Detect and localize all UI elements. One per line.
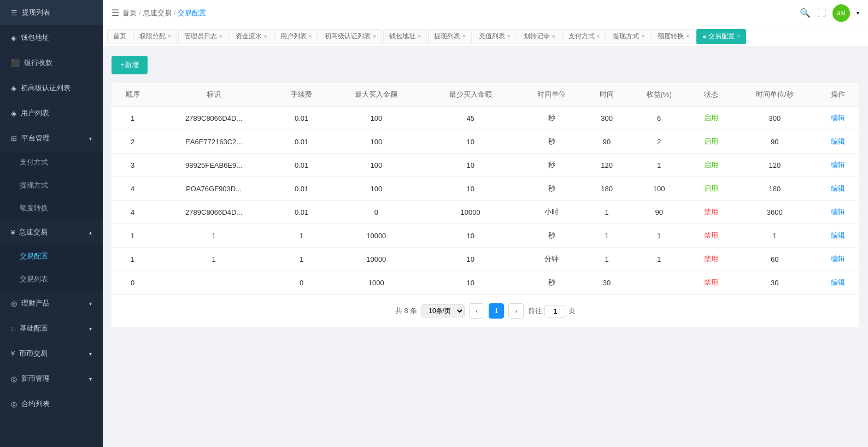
tab-close-icon[interactable]: × [418,33,421,39]
tab-close-icon[interactable]: × [597,33,600,39]
col-header-time-sec: 时间单位/秒 [732,83,817,107]
col-header-id: 标识 [154,83,274,107]
breadcrumb-sep2: / [174,9,176,17]
sidebar-group-new-currency: ◎ 新币管理 ▾ [0,366,103,391]
sidebar-group-quick-trade: ¥ 急速交易 ▴ 交易配置 交易列表 [0,220,103,291]
edit-button[interactable]: 编辑 [831,161,845,169]
tab-close-icon[interactable]: × [641,33,644,39]
list-icon: ☰ [11,9,17,17]
tab-admin-log[interactable]: 管理员日志 × [178,29,228,44]
cell-profit: 90 [628,201,690,224]
tab-close-icon[interactable]: × [309,33,312,39]
next-page-button[interactable]: › [508,303,524,319]
avatar[interactable]: asl [832,4,850,22]
tab-withdrawal-method[interactable]: 提现方式 × [607,29,650,44]
page-size-select[interactable]: 10条/页 [421,304,465,317]
page-1-button[interactable]: 1 [489,303,504,319]
sidebar-group-new-currency-header[interactable]: ◎ 新币管理 ▾ [0,366,103,391]
sidebar-group-platform-header[interactable]: ⊞ 平台管理 ▾ [0,126,103,151]
sidebar-item-trade-list[interactable]: 交易列表 [0,268,103,291]
tab-close-icon[interactable]: × [264,33,267,39]
edit-button[interactable]: 编辑 [831,208,845,216]
sidebar-item-contract-list[interactable]: ◎ 合约列表 [0,391,103,416]
table-row: 0 0 1000 10 秒 30 禁用 30 编辑 [112,271,859,295]
sidebar-group-basic-config-header[interactable]: □ 基础配置 ▾ [0,316,103,341]
cell-status: 启用 [690,130,732,154]
tab-close-icon[interactable]: × [373,33,376,39]
sidebar-group-currency-trade-header[interactable]: ¥ 币币交易 ▾ [0,341,103,366]
tab-close-icon[interactable]: × [462,33,466,39]
content-area: +新增 顺序 标识 手续费 最大买入金额 最少买入金额 时间单位 时间 收益(%… [103,47,868,447]
col-header-status: 状态 [690,83,732,107]
menu-toggle-icon[interactable]: ☰ [112,8,119,18]
edit-button[interactable]: 编辑 [831,255,845,263]
table-row: 4 2789C8066D4D... 0.01 0 10000 小时 1 90 禁… [112,201,859,224]
sidebar-sub-label: 交易列表 [20,275,48,283]
sidebar-item-wallet-address[interactable]: ◈ 钱包地址 [0,25,103,50]
cell-id: POA76GF903D... [154,177,274,201]
sidebar-group-financial-header[interactable]: ◎ 理财产品 ▾ [0,291,103,316]
breadcrumb-home[interactable]: 首页 [122,8,137,18]
tab-close-icon[interactable]: × [737,33,740,39]
cell-id: 2789C8066D4D... [154,107,274,130]
prev-page-button[interactable]: ‹ [469,303,484,319]
edit-button[interactable]: 编辑 [831,231,845,239]
cell-action: 编辑 [817,201,859,224]
cell-id [154,271,274,295]
tab-close-icon[interactable]: × [507,33,511,39]
cell-time-sec: 3600 [732,201,817,224]
edit-button[interactable]: 编辑 [831,278,845,286]
sidebar-group-quick-trade-header[interactable]: ¥ 急速交易 ▴ [0,220,103,245]
col-header-time-unit: 时间单位 [518,83,586,107]
sidebar-item-bank-collection[interactable]: ⬛ 银行收款 [0,50,103,75]
cell-min-buy: 10 [423,130,517,154]
tab-recharge-list[interactable]: 充值列表 × [473,29,517,44]
tab-label: 初高级认证列表 [325,32,371,41]
tab-close-icon[interactable]: × [552,33,555,39]
cell-action: 编辑 [817,271,859,295]
tab-close-icon[interactable]: × [168,33,171,39]
edit-button[interactable]: 编辑 [831,137,845,145]
tab-home[interactable]: 首页 [107,29,132,44]
tab-user-list[interactable]: 用户列表 × [274,29,318,44]
tab-close-icon[interactable]: × [219,33,222,39]
breadcrumb-quick-trade[interactable]: 急速交易 [143,8,172,18]
tab-label: 提现列表 [434,32,460,41]
tab-transfer-record[interactable]: 划转记录 × [518,29,561,44]
tab-close-icon[interactable]: × [686,33,689,39]
tab-dot-icon: ● [702,33,706,40]
sidebar-item-payment-method[interactable]: 支付方式 [0,151,103,174]
tab-advanced-auth[interactable]: 初高级认证列表 × [319,29,382,44]
goto-page-input[interactable] [544,305,566,317]
sidebar-item-withdrawal-method[interactable]: 提现方式 [0,174,103,197]
cell-order: 2 [112,130,154,154]
tab-fund-flow[interactable]: 资金流水 × [230,29,273,44]
sidebar-item-advanced-auth-list[interactable]: ◈ 初高级认证列表 [0,75,103,101]
sidebar-item-trade-config[interactable]: 交易配置 [0,245,103,268]
table-row: 4 POA76GF903D... 0.01 100 10 秒 180 100 启… [112,177,859,201]
fullscreen-icon[interactable]: ⛶ [817,8,826,18]
cell-max-buy: 1000 [329,271,423,295]
sidebar-group-platform: ⊞ 平台管理 ▾ 支付方式 提现方式 额度转换 [0,126,103,220]
col-header-time: 时间 [586,83,628,107]
tab-payment-method[interactable]: 支付方式 × [562,29,606,44]
tab-withdrawal-list[interactable]: 提现列表 × [428,29,472,44]
add-button[interactable]: +新增 [112,56,148,74]
sidebar-item-amount-conversion[interactable]: 额度转换 [0,197,103,220]
search-icon[interactable]: 🔍 [800,8,811,18]
cell-time: 1 [586,224,628,248]
edit-button[interactable]: 编辑 [831,184,845,192]
yuan-icon: ¥ [11,228,15,237]
sidebar-group-currency-trade: ¥ 币币交易 ▾ [0,341,103,366]
chevron-up-icon: ▴ [89,230,92,236]
avatar-dropdown-icon[interactable]: ▾ [857,10,859,16]
sidebar-item-withdrawal-list[interactable]: ☰ 提现列表 [0,0,103,25]
tab-wallet-address[interactable]: 钱包地址 × [383,29,427,44]
tab-amount-conversion[interactable]: 额度转换 × [652,29,695,44]
tab-trade-config[interactable]: ● 交易配置 × [696,29,746,44]
edit-button[interactable]: 编辑 [831,114,845,122]
cell-max-buy: 0 [329,201,423,224]
tab-label: 管理员日志 [184,32,217,41]
tab-permission-distribution[interactable]: 权限分配 × [133,29,177,44]
sidebar-item-user-list[interactable]: ◈ 用户列表 [0,101,103,126]
